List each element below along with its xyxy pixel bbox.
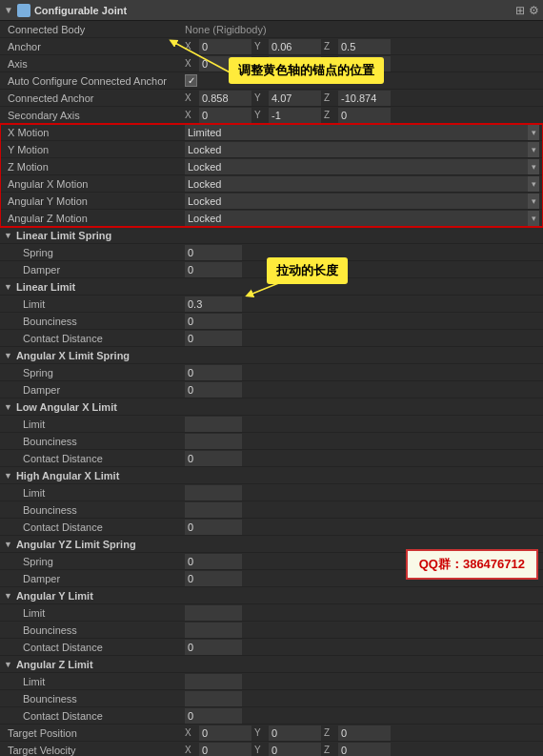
- ca-x-input[interactable]: [199, 91, 251, 106]
- axls-header[interactable]: ▼ Angular X Limit Spring: [0, 347, 543, 364]
- ayzls-damper-row: Damper: [0, 570, 543, 587]
- ayl-bounciness-input[interactable]: [185, 623, 242, 638]
- sa-x-label: X: [185, 110, 196, 120]
- haxl-label: High Angular X Limit: [16, 470, 119, 481]
- angular-x-motion-select[interactable]: Locked Limited Free: [185, 176, 539, 192]
- laxl-arrow: ▼: [4, 402, 12, 412]
- lls-arrow: ▼: [4, 231, 12, 240]
- ca-z-input[interactable]: [338, 91, 391, 106]
- axls-damper-input[interactable]: [185, 382, 242, 398]
- tv-y-input[interactable]: [269, 743, 321, 757]
- tp-z-label: Z: [324, 727, 335, 738]
- haxl-bounciness-input[interactable]: [185, 502, 242, 518]
- angular-x-motion-label: Angular X Motion: [4, 178, 185, 190]
- axis-x-input[interactable]: [199, 56, 251, 72]
- anchor-x-input[interactable]: [199, 39, 251, 54]
- tp-y-input[interactable]: [269, 725, 321, 741]
- tv-z-input[interactable]: [338, 743, 391, 757]
- y-motion-select[interactable]: Locked Limited Free: [185, 142, 539, 157]
- angular-y-motion-row: Angular Y Motion Locked Limited Free: [0, 193, 543, 210]
- ll-limit-input[interactable]: [185, 296, 242, 312]
- tp-z-input[interactable]: [338, 725, 391, 741]
- anchor-z-label: Z: [324, 41, 335, 51]
- ayl-label: Angular Y Limit: [16, 590, 93, 602]
- ca-z-label: Z: [324, 92, 335, 103]
- ref-button[interactable]: ⊞: [515, 4, 525, 17]
- haxl-limit-label: Limit: [4, 487, 185, 499]
- axis-x-label: X: [185, 58, 196, 69]
- z-motion-select[interactable]: Locked Limited Free: [185, 159, 539, 174]
- laxl-contact-input[interactable]: [185, 451, 242, 466]
- sa-y-input[interactable]: [269, 108, 321, 123]
- ayzls-spring-input[interactable]: [185, 554, 242, 569]
- ca-x-label: X: [185, 92, 196, 103]
- tp-x-input[interactable]: [199, 725, 251, 741]
- azl-contact-input[interactable]: [185, 708, 242, 724]
- azl-bounciness-input[interactable]: [185, 691, 242, 706]
- tp-x-label: X: [185, 727, 196, 738]
- axis-y-input[interactable]: [269, 56, 321, 72]
- ca-y-input[interactable]: [269, 91, 321, 106]
- axls-damper-label: Damper: [4, 384, 185, 396]
- anchor-z-input[interactable]: [338, 39, 391, 54]
- ayl-limit-label: Limit: [4, 607, 185, 619]
- x-motion-row: X Motion Limited Locked Free: [0, 124, 543, 141]
- ayzls-damper-input[interactable]: [185, 571, 242, 586]
- ayzls-spring-label: Spring: [4, 556, 185, 567]
- angular-y-motion-label: Angular Y Motion: [4, 195, 185, 207]
- ayl-limit-row: Limit: [0, 604, 543, 622]
- axis-y-label: Y: [254, 58, 266, 69]
- angular-y-motion-select[interactable]: Locked Limited Free: [185, 194, 539, 209]
- angular-z-motion-select[interactable]: Locked Limited Free: [185, 211, 539, 226]
- auto-configure-label: Auto Configure Connected Anchor: [4, 75, 185, 87]
- ll-label: Linear Limit: [16, 281, 75, 293]
- anchor-y-label: Y: [254, 41, 266, 51]
- tv-x-input[interactable]: [199, 743, 251, 757]
- laxl-label: Low Angular X Limit: [16, 401, 117, 413]
- auto-configure-checkbox[interactable]: [185, 74, 197, 87]
- collapse-arrow[interactable]: ▼: [4, 5, 13, 15]
- axls-spring-input[interactable]: [185, 365, 242, 380]
- ayl-bounciness-row: Bounciness: [0, 622, 543, 639]
- azl-limit-input[interactable]: [185, 674, 242, 689]
- haxl-contact-input[interactable]: [185, 520, 242, 535]
- laxl-limit-row: Limit: [0, 416, 543, 433]
- ayzls-spring-row: Spring: [0, 553, 543, 570]
- linear-limit-spring-header[interactable]: ▼ Linear Limit Spring: [0, 227, 543, 244]
- ca-y-label: Y: [254, 92, 266, 103]
- lls-spring-input[interactable]: [185, 245, 242, 260]
- tv-z-label: Z: [324, 745, 335, 755]
- ll-contact-input[interactable]: [185, 331, 242, 346]
- azl-arrow: ▼: [4, 660, 12, 669]
- azl-label: Angular Z Limit: [16, 659, 93, 670]
- sa-z-input[interactable]: [338, 108, 391, 123]
- ll-bounciness-input[interactable]: [185, 314, 242, 329]
- motion-group: X Motion Limited Locked Free Y Motion Lo…: [0, 124, 543, 227]
- azl-header[interactable]: ▼ Angular Z Limit: [0, 656, 543, 673]
- laxl-limit-input[interactable]: [185, 417, 242, 432]
- sa-x-input[interactable]: [199, 108, 251, 123]
- haxl-limit-input[interactable]: [185, 485, 242, 501]
- ayl-header[interactable]: ▼ Angular Y Limit: [0, 587, 543, 604]
- gear-button[interactable]: ⚙: [529, 4, 539, 17]
- target-velocity-label: Target Velocity: [4, 745, 185, 756]
- x-motion-select[interactable]: Limited Locked Free: [185, 125, 539, 140]
- axls-arrow: ▼: [4, 351, 12, 360]
- lls-damper-input[interactable]: [185, 262, 242, 277]
- ll-arrow: ▼: [4, 282, 12, 292]
- axls-spring-label: Spring: [4, 367, 185, 378]
- laxl-header[interactable]: ▼ Low Angular X Limit: [0, 398, 543, 416]
- ayzls-header[interactable]: ▼ Angular YZ Limit Spring: [0, 536, 543, 553]
- ll-contact-label: Contact Distance: [4, 333, 185, 344]
- ayl-contact-input[interactable]: [185, 640, 242, 655]
- target-position-label: Target Position: [4, 727, 185, 739]
- laxl-bounciness-input[interactable]: [185, 434, 242, 449]
- haxl-header[interactable]: ▼ High Angular X Limit: [0, 467, 543, 484]
- anchor-y-input[interactable]: [269, 39, 321, 54]
- angular-x-motion-row: Angular X Motion Locked Limited Free: [0, 175, 543, 193]
- lls-spring-label: Spring: [4, 247, 185, 258]
- azl-contact-label: Contact Distance: [4, 710, 185, 722]
- linear-limit-header[interactable]: ▼ Linear Limit: [0, 278, 543, 296]
- ayl-limit-input[interactable]: [185, 605, 242, 621]
- axis-z-input[interactable]: [338, 56, 391, 72]
